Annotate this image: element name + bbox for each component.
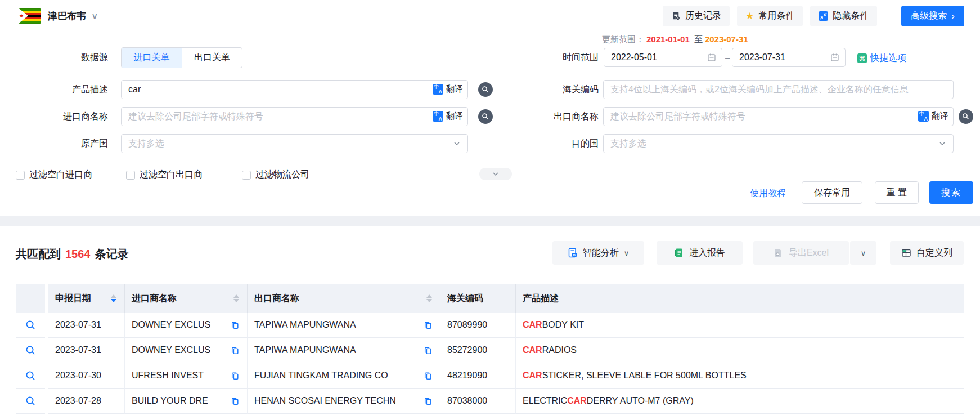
count-prefix: 共匹配到 bbox=[16, 248, 61, 260]
export-icon bbox=[774, 248, 784, 258]
update-range-label: 更新范围： bbox=[602, 34, 644, 44]
table-row: 2023-07-31 DOWNEY EXCLUS TAPIWA MAPUNGWA… bbox=[16, 338, 964, 363]
sort-icons[interactable] bbox=[233, 294, 239, 302]
view-detail-icon[interactable] bbox=[25, 370, 36, 381]
header-hs-code: 海关编码 bbox=[440, 284, 516, 313]
header-declaration-date[interactable]: 申报日期 bbox=[48, 284, 125, 313]
date-to-input[interactable]: 2023-07-31 bbox=[732, 48, 846, 67]
cell-product: CAR BODY KIT bbox=[516, 313, 964, 338]
translate-icon: 中A bbox=[433, 84, 443, 95]
zimbabwe-flag-icon: ★ bbox=[19, 8, 41, 24]
destination-country-label: 目的国 bbox=[506, 138, 599, 149]
destination-country-select[interactable]: 支持多选 bbox=[603, 134, 954, 153]
country-selector[interactable]: 津巴布韦 ∨ bbox=[48, 10, 98, 23]
match-count: 共匹配到1564条记录 bbox=[16, 247, 129, 262]
count-number: 1564 bbox=[65, 248, 91, 260]
header-exporter-name[interactable]: 出口商名称 bbox=[248, 284, 440, 313]
search-button[interactable]: 搜索 bbox=[929, 181, 973, 204]
smart-analysis-button[interactable]: BI 智能分析 ∨ bbox=[552, 241, 644, 265]
svg-text:BI: BI bbox=[573, 253, 576, 257]
export-excel-button[interactable]: 导出Excel bbox=[753, 241, 849, 265]
date-from-input[interactable]: 2022-05-01 bbox=[604, 48, 722, 67]
destination-placeholder: 支持多选 bbox=[610, 138, 646, 150]
tab-import-declarations[interactable]: 进口关单 bbox=[122, 48, 182, 68]
copy-icon[interactable] bbox=[230, 320, 240, 330]
filter-blank-importer-checkbox[interactable]: 过滤空白进口商 bbox=[16, 169, 92, 181]
collapse-form-button[interactable] bbox=[479, 168, 512, 180]
product-highlight: CAR bbox=[523, 371, 542, 381]
columns-icon bbox=[901, 248, 911, 258]
enter-report-button[interactable]: 进入报告 bbox=[657, 241, 743, 265]
date-range-dash: – bbox=[725, 52, 730, 62]
translate-button[interactable]: 中A 翻译 bbox=[433, 84, 463, 95]
checkbox-icon bbox=[242, 171, 251, 180]
quick-options-link[interactable]: ⌘ 快捷选项 bbox=[857, 52, 906, 64]
header-importer-label: 进口商名称 bbox=[132, 293, 177, 305]
data-source-tabs: 进口关单 出口关单 bbox=[121, 47, 242, 68]
importer-name-input[interactable] bbox=[121, 107, 468, 126]
checkbox-icon bbox=[16, 171, 25, 180]
copy-icon[interactable] bbox=[230, 346, 240, 355]
synonym-search-icon[interactable] bbox=[478, 82, 493, 97]
product-description-input[interactable] bbox=[121, 80, 468, 99]
country-name: 津巴布韦 bbox=[48, 10, 86, 23]
synonym-search-icon[interactable] bbox=[959, 109, 973, 124]
origin-country-select[interactable]: 支持多选 bbox=[121, 134, 468, 153]
save-common-button[interactable]: 保存常用 bbox=[802, 181, 862, 204]
importer-name: UFRESH INVEST bbox=[132, 371, 204, 381]
favorites-label: 常用条件 bbox=[758, 10, 794, 22]
history-button[interactable]: 历史记录 bbox=[663, 6, 730, 26]
exporter-name-input[interactable] bbox=[603, 107, 954, 126]
data-source-label: 数据源 bbox=[0, 52, 108, 63]
divider bbox=[889, 8, 889, 23]
page: ★ 津巴布韦 ∨ 历史记录 ★ 常用条件 bbox=[0, 0, 980, 415]
header-date-label: 申报日期 bbox=[55, 293, 91, 305]
tutorial-link[interactable]: 使用教程 bbox=[750, 188, 786, 199]
table-row: 2023-07-30 UFRESH INVEST FUJIAN TINGKAM … bbox=[16, 363, 964, 389]
origin-placeholder: 支持多选 bbox=[128, 138, 164, 150]
update-to-date: 2023-07-31 bbox=[705, 34, 748, 44]
row-detail-cell bbox=[16, 363, 45, 389]
export-options-button[interactable]: ∨ bbox=[850, 241, 876, 265]
view-detail-icon[interactable] bbox=[25, 395, 36, 407]
sort-icons[interactable] bbox=[426, 294, 432, 302]
custom-columns-button[interactable]: 自定义列 bbox=[890, 241, 964, 265]
copy-icon[interactable] bbox=[230, 396, 240, 406]
row-detail-cell bbox=[16, 389, 45, 414]
copy-icon[interactable] bbox=[423, 396, 433, 406]
importer-name-label: 进口商名称 bbox=[0, 111, 108, 122]
chevron-right-icon: › bbox=[951, 11, 955, 21]
results-section: 共匹配到1564条记录 BI 智能分析 ∨ 进入报告 bbox=[0, 226, 980, 415]
cell-exporter: TAPIWA MAPUNGWANA bbox=[248, 338, 440, 363]
translate-button[interactable]: 中A 翻译 bbox=[433, 111, 463, 122]
hide-conditions-button[interactable]: 隐藏条件 bbox=[810, 6, 877, 26]
synonym-search-icon[interactable] bbox=[478, 109, 493, 124]
view-detail-icon[interactable] bbox=[25, 319, 36, 331]
header-importer-name[interactable]: 进口商名称 bbox=[125, 284, 248, 313]
view-detail-icon[interactable] bbox=[25, 345, 36, 356]
filter-blank-exporter-checkbox[interactable]: 过滤空白出口商 bbox=[126, 169, 203, 181]
filter-logistics-checkbox[interactable]: 过滤物流公司 bbox=[242, 169, 309, 181]
table-row: 2023-07-28 BUILD YOUR DRE HENAN SCOSAI E… bbox=[16, 389, 964, 414]
chevron-down-icon: ∨ bbox=[861, 249, 866, 257]
cell-product: CAR STICKER, SLEEVE LABLE FOR 500ML BOTT… bbox=[516, 363, 964, 389]
quick-options-label: 快捷选项 bbox=[870, 52, 906, 64]
hs-code-input[interactable] bbox=[603, 80, 954, 99]
copy-icon[interactable] bbox=[423, 320, 433, 330]
exporter-name: FUJIAN TINGKAM TRADING CO bbox=[254, 371, 388, 381]
product-input-wrap: 中A 翻译 bbox=[121, 80, 468, 99]
exporter-name: TAPIWA MAPUNGWANA bbox=[254, 320, 356, 330]
copy-icon[interactable] bbox=[230, 371, 240, 381]
advanced-search-button[interactable]: 高级搜索 › bbox=[901, 6, 964, 26]
copy-icon[interactable] bbox=[423, 346, 433, 355]
quick-options-icon: ⌘ bbox=[857, 53, 867, 63]
favorites-button[interactable]: ★ 常用条件 bbox=[737, 6, 803, 26]
copy-icon[interactable] bbox=[423, 371, 433, 381]
star-icon: ★ bbox=[745, 11, 754, 21]
sort-icons[interactable] bbox=[111, 294, 116, 302]
reset-button[interactable]: 重 置 bbox=[875, 181, 919, 204]
product-highlight: CAR bbox=[567, 396, 587, 406]
importer-name: DOWNEY EXCLUS bbox=[132, 320, 210, 330]
translate-button[interactable]: 中A 翻译 bbox=[918, 111, 948, 122]
tab-export-declarations[interactable]: 出口关单 bbox=[182, 48, 242, 68]
